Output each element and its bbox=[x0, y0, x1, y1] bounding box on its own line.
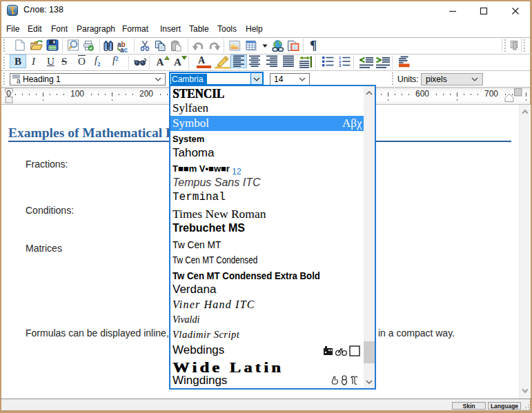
svg-text:a: a bbox=[17, 77, 21, 84]
svg-text:3: 3 bbox=[339, 63, 342, 67]
svg-text:ac: ac bbox=[120, 46, 128, 53]
